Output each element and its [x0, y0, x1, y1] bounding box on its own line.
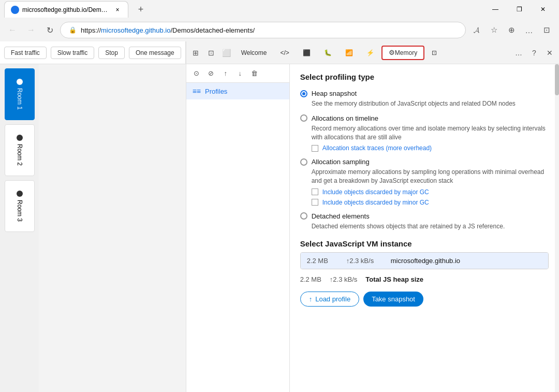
fast-traffic-button[interactable]: Fast traffic	[4, 47, 47, 59]
major-gc-row: Include objects discarded by major GC	[312, 188, 549, 196]
dt-tab-welcome-label: Welcome	[241, 49, 267, 56]
profiles-icon: ≡≡	[193, 87, 201, 95]
scrollbar-thumb[interactable]	[555, 64, 559, 95]
dt-nav-profiles[interactable]: ≡≡ Profiles	[186, 83, 289, 99]
dt-tab-sources-label: 🐛	[324, 49, 332, 56]
dt-tab-elements-label: </>	[280, 49, 289, 56]
dt-delete-icon[interactable]: 🗑	[248, 67, 261, 80]
action-buttons: ↑ Load profile Take snapshot	[300, 292, 549, 307]
url-text: https://microsoftedge.github.io/Demos/de…	[81, 26, 255, 34]
dt-upload-icon[interactable]: ↑	[219, 67, 232, 80]
room-3-item[interactable]: Room 3	[5, 180, 35, 232]
dt-tab-application-label: ⊡	[432, 49, 437, 56]
detached-elements-label: Detached elements	[312, 212, 370, 220]
dt-help-icon[interactable]: ?	[527, 46, 541, 60]
detached-elements-option: Detached elements Detached elements show…	[300, 212, 549, 231]
footer-size: 2.2 MB	[300, 275, 321, 283]
vm-url: microsoftedge.github.io	[391, 257, 460, 265]
more-icon[interactable]: …	[521, 22, 537, 38]
minor-gc-label: Include objects discarded by minor GC	[322, 199, 429, 206]
allocation-sampling-desc: Approximate memory allocations by sampli…	[312, 168, 549, 185]
scrollbar-track[interactable]	[555, 64, 559, 392]
one-message-button[interactable]: One message	[129, 47, 181, 59]
back-button[interactable]: ←	[4, 22, 21, 38]
allocations-timeline-option: Allocations on timeline Record memory al…	[300, 114, 549, 152]
devtools-toggle-icon[interactable]: ⊡	[538, 22, 555, 38]
heap-snapshot-desc: See the memory distribution of JavaScrip…	[312, 99, 549, 108]
room-3-label: Room 3	[16, 200, 23, 222]
maximize-button[interactable]: ❐	[507, 0, 531, 19]
profiling-type-title: Select profiling type	[300, 72, 549, 81]
footer-label: Total JS heap size	[365, 275, 423, 283]
dt-fullscreen-icon[interactable]: ⬜	[219, 46, 234, 60]
heap-snapshot-option: Heap snapshot See the memory distributio…	[300, 90, 549, 108]
lock-icon: 🔒	[69, 26, 77, 34]
dt-tab-memory[interactable]: ⚙ Memory	[381, 46, 424, 60]
room-2-item[interactable]: Room 2	[5, 124, 35, 176]
read-aloud-icon[interactable]: 𝓐	[468, 22, 484, 38]
dt-record-icon[interactable]: ⊙	[190, 67, 203, 80]
stop-button[interactable]: Stop	[98, 47, 125, 59]
room-3-dot	[17, 191, 23, 197]
footer-speed: ↑2.3 kB/s	[330, 275, 357, 283]
heap-snapshot-label: Heap snapshot	[312, 90, 357, 97]
allocation-sampling-radio[interactable]	[300, 158, 307, 166]
room-2-label: Room 2	[16, 144, 23, 166]
dt-nav-profiles-label: Profiles	[205, 88, 227, 95]
dt-clear-icon[interactable]: ⊘	[205, 67, 217, 80]
favorites-icon[interactable]: ☆	[486, 22, 502, 38]
take-snapshot-button[interactable]: Take snapshot	[363, 292, 423, 307]
dt-tab-network-label: 📶	[345, 49, 353, 56]
dt-download-icon[interactable]: ↓	[234, 67, 246, 80]
tab-close-button[interactable]: ×	[113, 6, 122, 14]
dt-tab-network[interactable]: 📶	[339, 46, 359, 60]
upload-icon: ↑	[309, 295, 313, 303]
room-2-dot	[17, 135, 23, 141]
refresh-button[interactable]: ↻	[41, 22, 58, 38]
room-1-item[interactable]: Room 1	[5, 68, 35, 120]
new-tab-button[interactable]: +	[133, 1, 149, 18]
tab-title: microsoftedge.github.io/Demos/d	[22, 6, 110, 13]
allocation-sampling-label: Allocation sampling	[312, 158, 370, 166]
dt-tab-performance[interactable]: ⚡	[360, 46, 380, 60]
allocation-stack-traces-row: Allocation stack traces (more overhead)	[312, 144, 549, 152]
room-1-dot	[17, 79, 23, 85]
dt-tab-memory-label: Memory	[395, 49, 417, 56]
minor-gc-checkbox[interactable]	[312, 199, 318, 206]
dt-tab-application[interactable]: ⊡	[425, 46, 443, 60]
dt-tab-console[interactable]: ⬛	[297, 46, 317, 60]
dt-tab-elements[interactable]: </>	[274, 46, 295, 60]
dt-inspect-icon[interactable]: ⊡	[204, 46, 218, 60]
tab-favicon	[11, 6, 19, 14]
dt-tab-welcome[interactable]: Welcome	[235, 46, 273, 60]
address-bar-input[interactable]: 🔒 https://microsoftedge.github.io/Demos/…	[60, 22, 466, 38]
detached-elements-radio[interactable]	[300, 212, 307, 220]
detached-elements-desc: Detached elements shows objects that are…	[312, 222, 549, 231]
load-profile-button[interactable]: ↑ Load profile	[300, 292, 359, 307]
major-gc-checkbox[interactable]	[312, 188, 318, 195]
slow-traffic-button[interactable]: Slow traffic	[51, 47, 94, 59]
heap-snapshot-radio[interactable]	[300, 90, 307, 97]
dt-tab-performance-label: ⚡	[366, 49, 374, 56]
dt-tab-console-label: ⬛	[303, 49, 311, 56]
dt-device-icon[interactable]: ⊞	[188, 46, 203, 60]
close-window-button[interactable]: ✕	[531, 0, 555, 19]
allocation-stack-traces-checkbox[interactable]	[312, 145, 318, 152]
take-snapshot-label: Take snapshot	[372, 295, 415, 303]
allocation-stack-traces-label: Allocation stack traces (more overhead)	[322, 144, 432, 152]
allocations-timeline-radio[interactable]	[300, 114, 307, 122]
vm-footer: 2.2 MB ↑2.3 kB/s Total JS heap size	[300, 271, 549, 287]
dt-tab-sources[interactable]: 🐛	[318, 46, 338, 60]
dt-more-icon[interactable]: …	[511, 46, 526, 60]
load-profile-label: Load profile	[315, 295, 350, 303]
vm-section-title: Select JavaScript VM instance	[300, 239, 549, 248]
vm-instance-table: 2.2 MB ↑2.3 kB/s microsoftedge.github.io	[300, 252, 549, 269]
allocations-timeline-desc: Record memory allocations over time and …	[312, 124, 549, 142]
minimize-button[interactable]: —	[483, 0, 507, 19]
allocation-sampling-option: Allocation sampling Approximate memory a…	[300, 158, 549, 206]
extensions-icon[interactable]: ⊕	[503, 22, 520, 38]
dt-close-icon[interactable]: ✕	[542, 46, 557, 60]
forward-button[interactable]: →	[23, 22, 39, 38]
vm-instance-row[interactable]: 2.2 MB ↑2.3 kB/s microsoftedge.github.io	[301, 253, 548, 269]
minor-gc-row: Include objects discarded by minor GC	[312, 199, 549, 206]
